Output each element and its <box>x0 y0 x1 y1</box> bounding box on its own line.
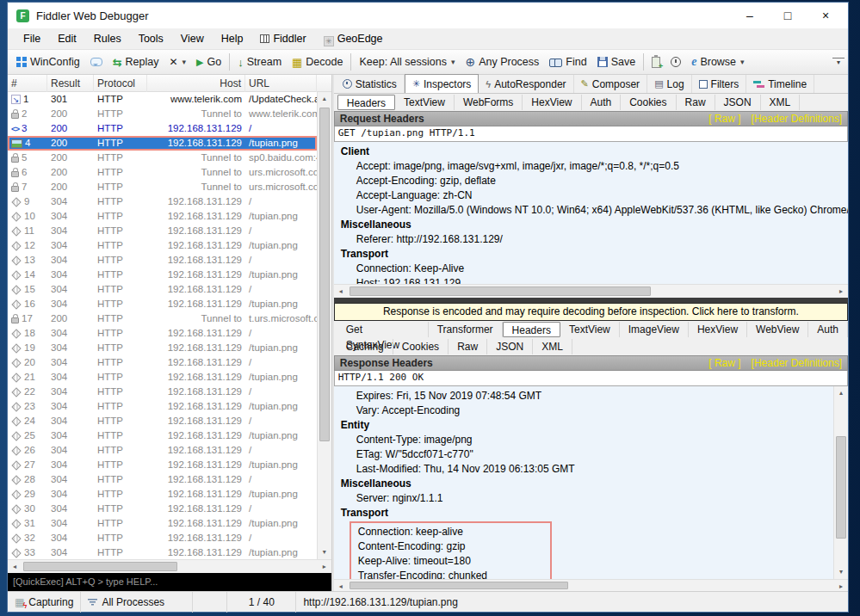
any-process-button[interactable]: ⊕Any Process <box>460 52 544 73</box>
table-row[interactable]: 32304HTTP192.168.131.129/ <box>8 531 317 545</box>
response-tab-caching[interactable]: Caching <box>337 339 393 354</box>
scroll-track[interactable] <box>834 400 848 565</box>
table-row[interactable]: 31304HTTP192.168.131.129/tupian.png <box>8 516 317 531</box>
menu-item-view[interactable]: View <box>172 28 213 50</box>
table-row[interactable]: 14304HTTP192.168.131.129/tupian.png <box>8 268 317 282</box>
scroll-thumb[interactable] <box>836 436 846 539</box>
scroll-track[interactable] <box>348 285 834 298</box>
quickexec-bar[interactable]: [QuickExec] ALT+Q > type HELP... <box>8 573 331 591</box>
response-tab-raw[interactable]: Raw <box>449 339 487 354</box>
scroll-track[interactable] <box>22 560 318 573</box>
header-item[interactable]: Connection: keep-alive <box>351 525 541 539</box>
table-row[interactable]: 4200HTTP192.168.131.129/tupian.png <box>8 136 317 151</box>
menu-item-file[interactable]: File <box>15 28 49 50</box>
table-row[interactable]: 21304HTTP192.168.131.129/tupian.png <box>8 370 317 385</box>
header-group-transport[interactable]: Transport <box>334 506 833 521</box>
replay-button[interactable]: ⇆Replay <box>108 52 164 73</box>
request-tab-textview[interactable]: TextView <box>395 95 455 110</box>
response-tab-textview[interactable]: TextView <box>560 322 620 337</box>
go-button[interactable]: ▶Go <box>191 52 226 73</box>
decode-button[interactable]: ▦Decode <box>287 52 348 73</box>
comment-button[interactable] <box>85 52 108 73</box>
header-item[interactable]: Content-Encoding: gzip <box>351 539 541 554</box>
table-row[interactable]: 20304HTTP192.168.131.129/ <box>8 355 317 370</box>
request-tab-xml[interactable]: XML <box>761 95 801 110</box>
tab-inspectors[interactable]: ✳Inspectors <box>405 74 479 93</box>
table-row[interactable]: 13304HTTP192.168.131.129/ <box>8 253 317 268</box>
scroll-up-arrow[interactable]: ▴ <box>318 92 331 106</box>
scroll-track[interactable] <box>318 106 331 545</box>
scroll-thumb[interactable] <box>350 582 568 589</box>
header-group-miscellaneous[interactable]: Miscellaneous <box>334 477 833 491</box>
table-row[interactable]: 15304HTTP192.168.131.129/ <box>8 282 317 297</box>
header-item[interactable]: Content-Type: image/png <box>334 433 833 447</box>
table-row[interactable]: 19304HTTP192.168.131.129/tupian.png <box>8 341 317 355</box>
table-row[interactable]: 29304HTTP192.168.131.129/tupian.png <box>8 487 317 502</box>
scroll-up-arrow[interactable]: ▴ <box>834 386 848 400</box>
table-row[interactable]: 27304HTTP192.168.131.129/tupian.png <box>8 458 317 472</box>
request-tab-json[interactable]: JSON <box>715 95 761 110</box>
response-tab-xml[interactable]: XML <box>533 339 572 354</box>
header-group-miscellaneous[interactable]: Miscellaneous <box>334 218 848 232</box>
scroll-thumb[interactable] <box>23 562 177 571</box>
scroll-down-arrow[interactable]: ▾ <box>834 565 848 579</box>
transform-notice-bar[interactable]: Response is encoded and may require deco… <box>334 303 848 321</box>
column-header-url[interactable]: URL <box>245 75 317 92</box>
remove-sessions-button[interactable]: ✕▾ <box>164 52 192 73</box>
request-tab-cookies[interactable]: Cookies <box>621 95 676 110</box>
column-header-number[interactable]: # <box>8 75 47 92</box>
column-header-result[interactable]: Result <box>47 75 94 92</box>
capturing-indicator[interactable]: ▦Capturing <box>8 592 81 613</box>
response-tab-headers[interactable]: Headers <box>503 322 560 337</box>
table-row[interactable]: 11304HTTP192.168.131.129/ <box>8 224 317 238</box>
table-row[interactable]: 24304HTTP192.168.131.129/ <box>8 414 317 428</box>
tab-timeline[interactable]: Timeline <box>746 75 814 93</box>
response-vertical-scrollbar[interactable]: ▴ ▾ <box>833 386 848 579</box>
request-tab-headers[interactable]: Headers <box>337 95 395 110</box>
request-tab-auth[interactable]: Auth <box>582 95 622 110</box>
header-group-client[interactable]: Client <box>334 145 848 159</box>
tab-filters[interactable]: Filters <box>692 75 747 93</box>
response-tab-json[interactable]: JSON <box>487 339 533 354</box>
table-row[interactable]: 12304HTTP192.168.131.129/tupian.png <box>8 238 317 253</box>
tab-statistics[interactable]: Statistics <box>336 75 405 93</box>
menu-item-tools[interactable]: Tools <box>130 28 172 50</box>
scroll-right-arrow[interactable]: ▸ <box>318 560 331 573</box>
table-row[interactable]: 25304HTTP192.168.131.129/tupian.png <box>8 428 317 443</box>
session-list-vertical-scrollbar[interactable]: ▴ ▾ <box>317 92 331 559</box>
tab-composer[interactable]: ✎Composer <box>574 75 648 93</box>
table-row[interactable]: 2200HTTPTunnel towww.telerik.com:443 <box>8 107 317 121</box>
screenshot-button[interactable] <box>647 52 665 73</box>
column-header-protocol[interactable]: Protocol <box>94 75 147 92</box>
table-row[interactable]: 22304HTTP192.168.131.129/ <box>8 385 317 399</box>
response-raw-link[interactable]: [ Raw ] <box>708 357 740 369</box>
response-tab-hexview[interactable]: HexView <box>689 322 747 337</box>
table-row[interactable]: 7200HTTPTunnel tours.microsoft.com:443 <box>8 180 317 194</box>
header-group-entity[interactable]: Entity <box>334 418 833 433</box>
keep-sessions-dropdown[interactable]: Keep: All sessions▾ <box>354 52 460 73</box>
table-row[interactable]: ↘1301HTTPwww.telerik.com/UpdateCheck.asp… <box>8 92 317 107</box>
table-row[interactable]: 5200HTTPTunnel tosp0.baidu.com:443 <box>8 151 317 165</box>
menu-item-geoedge[interactable]: ✳GeoEdge <box>315 28 392 50</box>
header-item[interactable]: Keep-Alive: timeout=180 <box>351 554 541 569</box>
find-button[interactable]: Find <box>544 52 591 73</box>
request-tab-webforms[interactable]: WebForms <box>455 95 523 110</box>
header-item[interactable]: Referer: http://192.168.131.129/ <box>334 232 848 247</box>
header-item[interactable]: Transfer-Encoding: chunked <box>351 569 541 579</box>
request-tab-raw[interactable]: Raw <box>677 95 715 110</box>
session-list-horizontal-scrollbar[interactable]: ◂ ▸ <box>8 559 331 573</box>
menu-item-fiddler[interactable]: Fiddler <box>251 28 314 50</box>
save-button[interactable]: Save <box>592 52 641 73</box>
menu-item-help[interactable]: Help <box>213 28 252 50</box>
table-row[interactable]: 23304HTTP192.168.131.129/tupian.png <box>8 399 317 414</box>
stream-button[interactable]: ↓Stream <box>232 52 287 73</box>
table-row[interactable]: 10304HTTP192.168.131.129/tupian.png <box>8 209 317 224</box>
scroll-thumb[interactable] <box>350 286 651 296</box>
header-item[interactable]: Accept-Language: zh-CN <box>334 188 848 203</box>
response-tab-transformer[interactable]: Transformer <box>429 322 503 337</box>
table-row[interactable]: 6200HTTPTunnel tours.microsoft.com:443 <box>8 165 317 180</box>
toolbar-overflow-button[interactable]: ▾ <box>832 58 845 67</box>
response-horizontal-scrollbar[interactable]: ◂ ▸ <box>334 579 848 591</box>
table-row[interactable]: 28304HTTP192.168.131.129/ <box>8 472 317 487</box>
request-header-definitions-link[interactable]: [Header Definitions] <box>752 113 842 125</box>
